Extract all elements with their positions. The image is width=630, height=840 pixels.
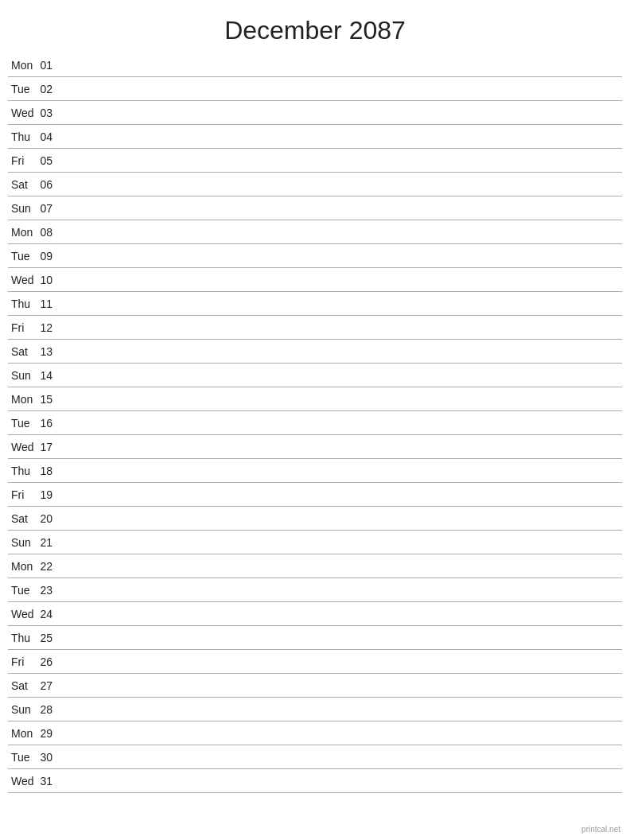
calendar-row: Mon01 xyxy=(8,53,622,77)
calendar-row: Thu18 xyxy=(8,459,622,483)
day-name: Mon xyxy=(8,59,40,72)
day-name: Sat xyxy=(8,345,40,358)
calendar-row: Wed03 xyxy=(8,101,622,125)
day-line xyxy=(64,327,622,328)
calendar-row: Mon15 xyxy=(8,387,622,411)
day-line xyxy=(64,375,622,375)
day-name: Fri xyxy=(8,488,40,501)
day-number: 27 xyxy=(40,679,64,692)
calendar-row: Sun21 xyxy=(8,531,622,554)
day-line xyxy=(64,589,622,590)
day-name: Sun xyxy=(8,536,40,549)
day-name: Thu xyxy=(8,298,40,310)
day-number: 25 xyxy=(40,632,64,644)
calendar-row: Sat13 xyxy=(8,340,622,364)
calendar-row: Sun28 xyxy=(8,698,622,721)
day-number: 24 xyxy=(40,608,64,620)
day-name: Tue xyxy=(8,584,40,597)
calendar-row: Tue02 xyxy=(8,77,622,101)
day-name: Mon xyxy=(8,560,40,573)
day-number: 05 xyxy=(40,154,64,167)
day-number: 19 xyxy=(40,488,64,501)
day-name: Fri xyxy=(8,321,40,334)
day-name: Fri xyxy=(8,655,40,668)
day-line xyxy=(64,685,622,686)
day-number: 17 xyxy=(40,441,64,453)
day-name: Wed xyxy=(8,775,40,788)
day-line xyxy=(64,136,622,137)
day-line xyxy=(64,208,622,208)
day-name: Tue xyxy=(8,417,40,430)
day-number: 21 xyxy=(40,536,64,549)
day-name: Thu xyxy=(8,632,40,644)
day-line xyxy=(64,661,622,662)
day-name: Mon xyxy=(8,393,40,406)
calendar-row: Sat27 xyxy=(8,674,622,698)
day-line xyxy=(64,255,622,256)
day-line xyxy=(64,160,622,161)
calendar-row: Sat20 xyxy=(8,507,622,531)
day-line xyxy=(64,351,622,352)
calendar-row: Fri05 xyxy=(8,149,622,173)
day-number: 22 xyxy=(40,560,64,573)
day-name: Wed xyxy=(8,107,40,119)
day-number: 09 xyxy=(40,250,64,262)
day-line xyxy=(64,709,622,710)
day-name: Fri xyxy=(8,154,40,167)
day-name: Sat xyxy=(8,512,40,525)
day-line xyxy=(64,303,622,304)
day-name: Mon xyxy=(8,226,40,239)
day-line xyxy=(64,542,622,542)
day-name: Wed xyxy=(8,608,40,620)
day-number: 02 xyxy=(40,83,64,95)
day-number: 10 xyxy=(40,274,64,286)
day-line xyxy=(64,780,622,781)
day-number: 07 xyxy=(40,202,64,215)
day-line xyxy=(64,470,622,471)
day-number: 13 xyxy=(40,345,64,358)
day-line xyxy=(64,64,622,65)
calendar-row: Tue16 xyxy=(8,411,622,435)
day-number: 26 xyxy=(40,655,64,668)
day-number: 31 xyxy=(40,775,64,788)
day-number: 06 xyxy=(40,178,64,191)
day-name: Sun xyxy=(8,202,40,215)
day-number: 30 xyxy=(40,751,64,764)
day-line xyxy=(64,494,622,495)
calendar-row: Wed24 xyxy=(8,602,622,626)
day-name: Wed xyxy=(8,274,40,286)
day-name: Sat xyxy=(8,178,40,191)
calendar-row: Fri26 xyxy=(8,650,622,674)
calendar-row: Thu11 xyxy=(8,292,622,316)
day-name: Sun xyxy=(8,703,40,716)
day-name: Sun xyxy=(8,369,40,382)
watermark: printcal.net xyxy=(581,825,620,834)
day-number: 29 xyxy=(40,727,64,740)
day-name: Tue xyxy=(8,250,40,262)
day-number: 15 xyxy=(40,393,64,406)
page-title: December 2087 xyxy=(0,0,630,53)
calendar-row: Tue30 xyxy=(8,745,622,769)
day-number: 28 xyxy=(40,703,64,716)
day-line xyxy=(64,566,622,566)
calendar-row: Fri19 xyxy=(8,483,622,507)
day-name: Thu xyxy=(8,465,40,477)
calendar-row: Sun07 xyxy=(8,196,622,220)
calendar-row: Sun14 xyxy=(8,364,622,387)
day-name: Mon xyxy=(8,727,40,740)
day-line xyxy=(64,399,622,399)
day-line xyxy=(64,422,622,423)
day-name: Tue xyxy=(8,751,40,764)
calendar-row: Wed31 xyxy=(8,769,622,793)
day-number: 12 xyxy=(40,321,64,334)
day-line xyxy=(64,231,622,232)
calendar-row: Thu25 xyxy=(8,626,622,650)
day-number: 23 xyxy=(40,584,64,597)
day-number: 20 xyxy=(40,512,64,525)
day-line xyxy=(64,733,622,733)
day-line xyxy=(64,613,622,614)
calendar-container: Mon01Tue02Wed03Thu04Fri05Sat06Sun07Mon08… xyxy=(0,53,630,793)
day-number: 03 xyxy=(40,107,64,119)
calendar-row: Mon22 xyxy=(8,554,622,578)
day-line xyxy=(64,446,622,447)
